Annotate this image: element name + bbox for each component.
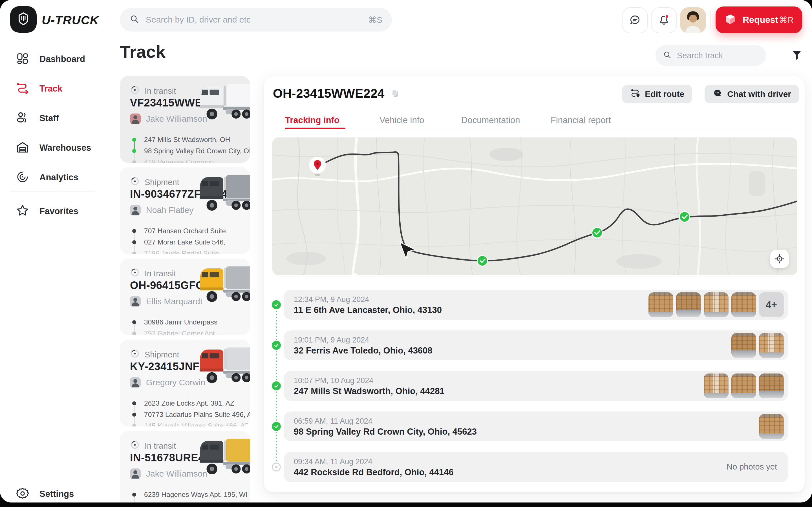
timeline-row[interactable]: 09:34 AM, 11 Aug 2024442 Rockside Rd Bed… bbox=[284, 452, 788, 482]
timeline-row[interactable]: 10:07 PM, 10 Aug 2024247 Mills St Wadswo… bbox=[284, 371, 788, 401]
sidebar-item-label: Analytics bbox=[40, 172, 79, 182]
stop-address: 70773 Ladarius Plains Suite 496, AZ bbox=[144, 411, 250, 418]
stop-dot bbox=[132, 138, 136, 142]
stop-dot bbox=[132, 424, 136, 427]
stop-row: 62611 Talia Garden Suite 723, WI bbox=[132, 500, 248, 503]
shipment-card[interactable]: In transitOH-96415GFC145Ellis Marquardt3… bbox=[120, 259, 250, 335]
tab-tracking-info[interactable]: Tracking info bbox=[285, 115, 340, 125]
map-checkpoint[interactable] bbox=[477, 255, 488, 267]
more-photos-button[interactable]: 4+ bbox=[759, 292, 784, 317]
delivery-photo[interactable] bbox=[759, 374, 784, 398]
delivery-photo[interactable] bbox=[649, 292, 673, 317]
stop-row: 145 Kuvalis Villages Suite 466, AZ bbox=[132, 420, 250, 427]
edit-route-label: Edit route bbox=[645, 89, 684, 99]
timeline-check-icon bbox=[271, 421, 282, 432]
map-checkpoint[interactable] bbox=[592, 227, 603, 238]
sidebar-item-warehouses[interactable]: Warehouses bbox=[16, 140, 91, 155]
user-avatar[interactable] bbox=[680, 7, 706, 33]
sidebar-item-label: Settings bbox=[40, 489, 74, 499]
shipment-card[interactable]: In transitIN-51678URE401Jake Williamson6… bbox=[120, 431, 250, 503]
sidebar-item-label: Dashboard bbox=[40, 54, 85, 64]
truck-image bbox=[190, 174, 250, 214]
driver-avatar bbox=[130, 377, 141, 388]
stop-row: 98 Spring Valley Rd Crown City, OH bbox=[132, 145, 250, 157]
tab-documentation[interactable]: Documentation bbox=[461, 115, 520, 125]
brand-name: U-TRUCK bbox=[42, 13, 99, 27]
delivery-photo[interactable] bbox=[759, 333, 784, 358]
copy-id-button[interactable] bbox=[390, 89, 400, 98]
shipment-status: In transit bbox=[130, 85, 176, 97]
timeline-time: 19:01 PM, 9 Aug 2024 bbox=[294, 336, 369, 344]
timeline-address: 11 E 6th Ave Lancaster, Ohio, 43130 bbox=[294, 305, 442, 315]
stops-list: 247 Mills St Wadsworth, OH98 Spring Vall… bbox=[132, 134, 250, 163]
chat-bubble-icon bbox=[628, 13, 642, 27]
shipment-id: OH-23415WWE224 bbox=[273, 87, 385, 101]
stop-address: 62611 Talia Garden Suite 723, WI bbox=[144, 502, 247, 503]
stops-list: 707 Hansen Orchard Suite027 Morar Lake S… bbox=[132, 225, 226, 254]
sidebar-item-staff[interactable]: Staff bbox=[16, 111, 59, 126]
timeline-row[interactable]: 19:01 PM, 9 Aug 202432 Ferris Ave Toledo… bbox=[284, 330, 788, 360]
timeline-photos bbox=[704, 374, 784, 398]
dashboard-icon bbox=[16, 52, 29, 66]
chat-with-driver-button[interactable]: Chat with driver bbox=[705, 85, 799, 103]
status-progress-icon bbox=[130, 440, 140, 452]
edit-route-button[interactable]: Edit route bbox=[622, 85, 692, 103]
delivery-photo[interactable] bbox=[731, 333, 756, 358]
sidebar-item-analytics[interactable]: Analytics bbox=[16, 170, 79, 185]
track-search-input[interactable] bbox=[677, 51, 783, 60]
driver-avatar bbox=[130, 296, 141, 307]
messages-button[interactable] bbox=[622, 7, 648, 33]
tab-financial-report[interactable]: Financial report bbox=[551, 115, 611, 125]
status-progress-icon bbox=[130, 268, 140, 279]
map-checkpoint[interactable] bbox=[679, 211, 690, 223]
sidebar-item-track[interactable]: Track bbox=[16, 81, 62, 96]
search-icon bbox=[130, 14, 140, 25]
timeline-photos: 4+ bbox=[649, 292, 784, 317]
tab-vehicle-info[interactable]: Vehicle info bbox=[379, 115, 424, 125]
request-button[interactable]: Request ⌘R bbox=[716, 6, 802, 33]
app-logo[interactable] bbox=[10, 6, 37, 33]
stop-dot bbox=[132, 413, 136, 416]
shipment-card[interactable]: ShipmentIN-9034677ZFG154Noah Flatley707 … bbox=[120, 167, 250, 254]
stop-row: 419 Vanessa Common bbox=[132, 157, 250, 163]
shipment-status-label: In transit bbox=[145, 269, 176, 278]
driver-name: Noah Flatley bbox=[146, 205, 193, 215]
delivery-photo[interactable] bbox=[731, 374, 756, 398]
sidebar-item-dashboard[interactable]: Dashboard bbox=[16, 52, 85, 66]
shipment-card[interactable]: In transitVF23415WWE224Jake Williamson24… bbox=[120, 76, 250, 163]
shipment-card[interactable]: ShipmentKY-23415JNF155Gregory Corwin2623… bbox=[120, 340, 250, 427]
topbar-divider bbox=[711, 10, 711, 31]
map-locate-button[interactable] bbox=[770, 249, 789, 268]
timeline-time: 10:07 PM, 10 Aug 2024 bbox=[294, 376, 373, 385]
delivery-photo[interactable] bbox=[704, 374, 728, 398]
shipment-status: In transit bbox=[130, 268, 176, 279]
track-icon bbox=[16, 81, 29, 96]
stop-address: 7186 Jayde Radial Suite, bbox=[144, 249, 221, 254]
stops-list: 6239 Hagenes Ways Apt. 195, WI62611 Tali… bbox=[132, 489, 248, 503]
page-title: Track bbox=[120, 42, 165, 62]
timeline-row[interactable]: 12:34 PM, 9 Aug 202411 E 6th Ave Lancast… bbox=[284, 290, 788, 320]
timeline-row[interactable]: 06:59 AM, 11 Aug 202498 Spring Valley Rd… bbox=[284, 411, 788, 441]
sidebar-item-favorites[interactable]: Favorites bbox=[16, 204, 79, 219]
sidebar-item-label: Favorites bbox=[40, 206, 79, 216]
search-icon bbox=[663, 50, 672, 61]
filter-button[interactable] bbox=[790, 48, 804, 63]
request-label: Request bbox=[743, 15, 778, 25]
route-map[interactable] bbox=[272, 137, 797, 275]
shipment-detail-panel: OH-23415WWE224 Edit route Chat with driv… bbox=[264, 76, 805, 492]
notifications-button[interactable] bbox=[651, 7, 677, 33]
status-progress-icon bbox=[130, 176, 140, 188]
stop-address: 2623 Zoie Locks Apt. 381, AZ bbox=[144, 399, 234, 407]
delivery-photo[interactable] bbox=[676, 292, 701, 317]
global-search-input[interactable] bbox=[146, 15, 368, 24]
delivery-photo[interactable] bbox=[704, 292, 728, 317]
stop-dot bbox=[132, 149, 136, 153]
staff-icon bbox=[16, 111, 29, 126]
sidebar: DashboardTrackStaffWarehousesAnalyticsFa… bbox=[0, 40, 120, 503]
global-search: ⌘S bbox=[120, 8, 392, 32]
delivery-photo[interactable] bbox=[759, 414, 784, 439]
status-progress-icon bbox=[130, 85, 140, 97]
sidebar-item-settings[interactable]: Settings bbox=[16, 487, 74, 501]
stop-address: 98 Spring Valley Rd Crown City, OH bbox=[144, 147, 250, 155]
delivery-photo[interactable] bbox=[731, 292, 756, 317]
